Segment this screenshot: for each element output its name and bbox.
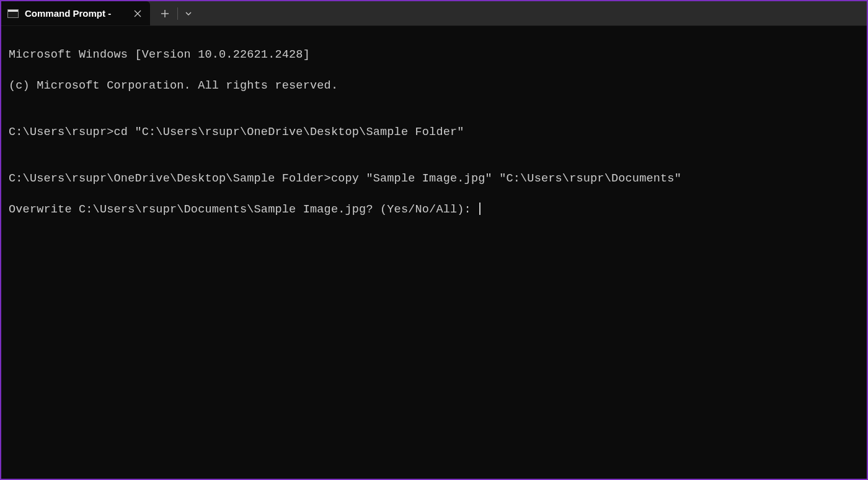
cursor: [479, 203, 480, 215]
cmd-icon: [7, 9, 19, 18]
tab-dropdown-button[interactable]: [179, 4, 198, 24]
output-line: C:\Users\rsupr>cd "C:\Users\rsupr\OneDri…: [9, 125, 859, 141]
prompt-line: Overwrite C:\Users\rsupr\Documents\Sampl…: [9, 203, 859, 218]
close-icon: [134, 10, 141, 17]
prompt-text: Overwrite C:\Users\rsupr\Documents\Sampl…: [9, 203, 478, 216]
chevron-down-icon: [185, 11, 192, 16]
close-tab-button[interactable]: [130, 6, 145, 21]
terminal-output[interactable]: Microsoft Windows [Version 10.0.22621.24…: [1, 26, 867, 479]
output-line: Microsoft Windows [Version 10.0.22621.24…: [9, 48, 859, 63]
tab-title: Command Prompt -: [25, 8, 124, 19]
titlebar: Command Prompt -: [1, 1, 867, 26]
output-line: C:\Users\rsupr\OneDrive\Desktop\Sample F…: [9, 172, 859, 187]
new-tab-button[interactable]: [154, 4, 176, 24]
plus-icon: [161, 9, 169, 18]
output-line: (c) Microsoft Corporation. All rights re…: [9, 79, 859, 94]
divider: [177, 7, 178, 20]
active-tab[interactable]: Command Prompt -: [1, 1, 150, 25]
titlebar-controls: [150, 1, 198, 25]
